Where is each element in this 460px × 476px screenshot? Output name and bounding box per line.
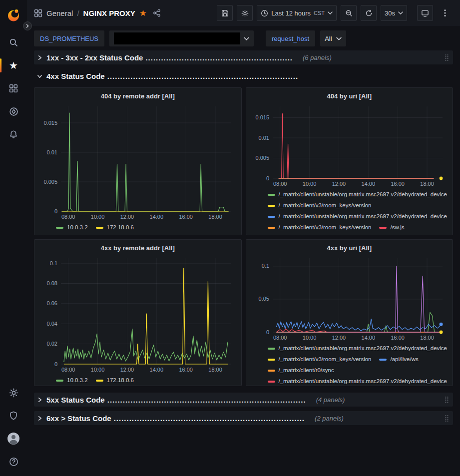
sidebar-expand-toggle[interactable] [23,21,32,30]
dashboard-title[interactable]: NGINX PROXY [83,9,135,17]
panel-404-by-uri: 404 by uri [All] 00.0050.010.01508:0010:… [246,87,454,235]
panel-title[interactable]: 4xx by remote addr [All] [39,242,237,254]
legend-item[interactable]: 10.0.3.2 [56,375,88,386]
legend-item[interactable]: /_matrix/client/unstable/org.matrix.msc2… [268,343,448,354]
svg-text:0.04: 0.04 [47,321,57,327]
legend-label: /_matrix/client/unstable/org.matrix.msc2… [279,211,448,222]
row-drag-handle-icon[interactable] [445,396,449,404]
panel-title[interactable]: 404 by remote addr [All] [39,90,237,102]
grafana-logo[interactable] [0,4,27,26]
legend-item[interactable]: /_matrix/client/r0/sync [268,365,334,376]
chart-4xx-by-remote-addr: 00.020.040.060.080.108:0010:0012:0014:00… [39,254,237,374]
dashboard-body: 1xx - 3xx - 2xx Status Code ............… [27,50,460,425]
save-dashboard-button[interactable] [217,5,233,21]
svg-text:0: 0 [266,329,269,335]
chart-404-by-remote-addr: 00.0050.010.01508:0010:0012:0014:0016:00… [39,102,237,221]
legend-item[interactable]: /api/live/ws [379,354,418,365]
svg-text:18:00: 18:00 [420,181,434,187]
apps-grid-icon [34,9,42,17]
legend-item[interactable]: 172.18.0.6 [96,375,134,386]
chevron-right-icon [37,416,42,421]
breadcrumb-separator: / [77,9,79,17]
svg-text:10:00: 10:00 [302,181,316,187]
avatar [7,432,20,445]
svg-text:0.1: 0.1 [50,260,57,266]
sidebar-item-server-admin[interactable] [0,404,27,427]
chevron-down-icon [37,73,42,79]
row-title-wrap: 6xx > Status Code ......................… [46,414,305,423]
chart-svg: 00.020.040.060.080.108:0010:0012:0014:00… [39,254,237,374]
row-6xx[interactable]: 6xx > Status Code ......................… [34,411,453,425]
row-panel-count: (2 panels) [315,415,344,422]
row-title-wrap: 4xx Status Code ........................… [46,72,298,80]
row-1xx-3xx-2xx[interactable]: 1xx - 3xx - 2xx Status Code ............… [34,50,453,64]
panel-title[interactable]: 404 by uri [All] [251,90,449,102]
legend-item[interactable]: /_matrix/client/v3/room_keys/version [268,200,372,211]
legend-label: 172.18.0.6 [107,375,134,386]
sidebar-item-search[interactable] [0,31,27,54]
legend-item[interactable]: 172.18.0.6 [96,222,134,233]
legend-label: /_matrix/client/unstable/org.matrix.msc2… [279,376,448,386]
chevron-right-icon [37,397,42,403]
request-host-variable-label[interactable]: request_host [266,30,315,46]
row-title-wrap: 1xx - 3xx - 2xx Status Code ............… [46,53,293,62]
share-icon[interactable] [153,9,161,17]
sidebar-item-help[interactable] [0,450,27,473]
dashboard-settings-button[interactable] [237,5,253,21]
svg-text:0.015: 0.015 [43,120,57,126]
datasource-select[interactable] [109,30,254,46]
svg-text:10:00: 10:00 [91,367,105,373]
refresh-button[interactable] [361,5,377,21]
legend-item[interactable]: /sw.js [379,222,404,233]
legend-swatch [268,381,275,383]
refresh-interval-picker[interactable]: 30s [381,5,407,21]
row-drag-handle-icon[interactable] [445,54,449,61]
legend-label: /_matrix/client/v3/room_keys/version [279,222,372,233]
svg-text:08:00: 08:00 [61,214,75,220]
time-range-picker[interactable]: Last 12 hours CST [257,5,337,21]
sidebar-item-profile[interactable] [0,427,27,450]
row-5xx[interactable]: 5xx Status Code ........................… [34,393,453,407]
svg-text:0.05: 0.05 [258,296,269,302]
legend-label: /sw.js [390,222,404,233]
legend-item[interactable]: /_matrix/client/unstable/org.matrix.msc2… [268,376,448,386]
sidebar-item-starred[interactable]: ★ [0,54,27,77]
sidebar-item-alerting[interactable] [0,123,27,146]
kiosk-mode-button[interactable] [417,5,433,21]
favorite-star-icon[interactable]: ★ [139,9,147,17]
svg-text:14:00: 14:00 [361,335,375,341]
gear-icon [9,388,18,398]
redacted-value [114,32,240,44]
template-variables-bar: DS_PROMETHEUS request_host All [27,26,460,50]
sidebar-item-explore[interactable] [0,100,27,123]
sidebar-item-configuration[interactable] [0,381,27,404]
dashboard-toolbar: General / NGINX PROXY ★ [27,0,460,26]
svg-text:0: 0 [266,175,269,181]
sidebar-item-dashboards[interactable] [0,77,27,100]
more-options-kebab[interactable] [437,5,453,21]
svg-text:14:00: 14:00 [150,214,164,220]
legend-item[interactable]: 10.0.3.2 [56,222,88,233]
datasource-variable-label[interactable]: DS_PROMETHEUS [34,30,104,46]
svg-text:18:00: 18:00 [420,335,434,341]
gear-icon [241,9,249,17]
row-drag-handle-icon[interactable] [445,415,449,422]
legend-item[interactable]: /_matrix/client/v3/room_keys/version [268,222,372,233]
bell-icon [9,130,18,139]
svg-text:12:00: 12:00 [332,335,346,341]
svg-text:14:00: 14:00 [361,181,375,187]
svg-text:10:00: 10:00 [302,335,316,341]
row-4xx[interactable]: 4xx Status Code ........................… [34,69,453,83]
legend-item[interactable]: /_matrix/client/unstable/org.matrix.msc2… [268,211,448,222]
legend-item[interactable]: /_matrix/client/unstable/org.matrix.msc2… [268,189,448,200]
breadcrumb-folder[interactable]: General [46,9,73,17]
zoom-out-button[interactable] [341,5,357,21]
svg-text:0.005: 0.005 [43,179,57,185]
request-host-select[interactable]: All [320,30,346,46]
legend-swatch [379,227,387,229]
panel-title[interactable]: 4xx by uri [All] [251,242,449,254]
legend-swatch [268,194,275,196]
legend-item[interactable]: /_matrix/client/v3/room_keys/version [268,354,372,365]
svg-text:12:00: 12:00 [332,181,346,187]
legend-label: 10.0.3.2 [67,375,88,386]
